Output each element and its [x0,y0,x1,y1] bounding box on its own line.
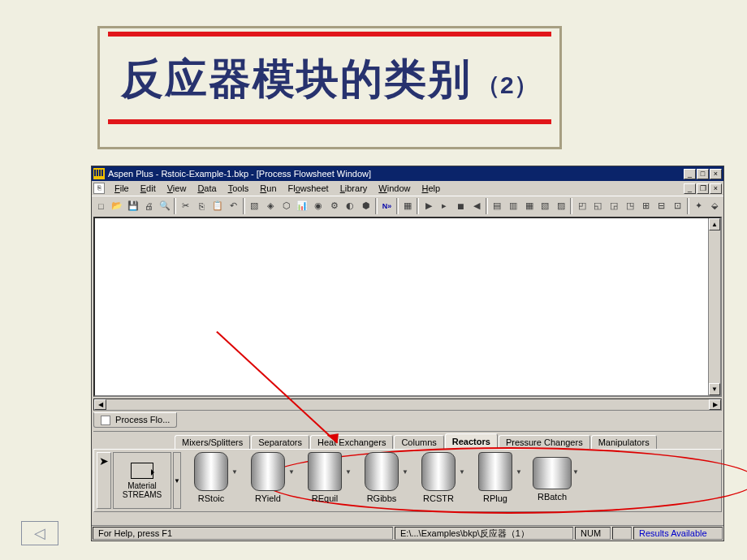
tb-win-icon[interactable]: ⊡ [670,198,685,214]
close-button[interactable]: × [710,169,722,179]
tb-save-icon[interactable]: 💾 [125,198,140,214]
tb-undo-icon[interactable]: ↶ [226,198,241,214]
tb-nav-icon[interactable]: ⬢ [359,198,374,214]
menubar: ⎘ File Edit View Data Tools Run Flowshee… [92,181,723,196]
child-close-button[interactable]: × [710,183,722,194]
tb-nav-icon[interactable]: 📊 [295,198,310,214]
flowsheet-tabs: Process Flo... [93,412,722,428]
reactor-label: RBatch [538,492,567,502]
chevron-down-icon[interactable]: ▼ [288,468,295,476]
tb-new-icon[interactable]: □ [93,198,109,214]
menu-flowsheet[interactable]: Flowsheet [283,183,334,194]
tb-sim-icon[interactable]: ▦ [521,198,537,214]
tb-nav-icon[interactable]: ▧ [247,198,262,214]
ptab-separators[interactable]: Separators [251,435,309,449]
scroll-up-icon[interactable]: ▲ [709,218,720,230]
tb-sep [174,198,176,214]
menu-file[interactable]: File [110,183,134,194]
chevron-down-icon[interactable]: ▼ [345,468,352,476]
tb-step-icon[interactable]: ▦ [400,198,416,214]
reactor-rcstr[interactable]: RCSTR ▼ [410,452,467,509]
reactor-rplug[interactable]: RPlug ▼ [467,452,524,509]
tb-win-icon[interactable]: ◰ [574,198,589,214]
reactor-ryield[interactable]: RYield ▼ [240,452,296,509]
streams-label: Material [127,481,157,490]
tb-nav-icon[interactable]: ⚙ [326,198,342,214]
tb-play-icon[interactable]: ▶ [421,198,436,214]
tb-stop-icon[interactable]: ⏹ [453,198,468,214]
tb-sim-icon[interactable]: ▤ [490,198,505,214]
tb-sim-icon[interactable]: ▨ [554,198,569,214]
reactor-rbatch[interactable]: RBatch ▼ [524,452,581,509]
ptab-pressure[interactable]: Pressure Changers [499,435,590,449]
tb-nav-icon[interactable]: ◐ [343,198,358,214]
tb-win-icon[interactable]: ◱ [590,198,606,214]
tb-sep [375,198,378,214]
menu-window[interactable]: Window [374,183,415,194]
scroll-down-icon[interactable]: ▼ [709,383,720,395]
tb-win-icon[interactable]: ◲ [607,198,622,214]
streams-tool[interactable]: Material STREAMS [113,452,171,509]
status-path: E:\...\Examples\bkp\反应器（1） [395,527,573,540]
tb-pause-icon[interactable]: ▸ [437,198,452,214]
menu-edit[interactable]: Edit [136,183,161,194]
scrollbar-horizontal[interactable]: ◀ ▶ [93,398,722,411]
tb-ext-icon[interactable]: ✦ [691,198,706,214]
pointer-tool-icon[interactable]: ➤ [97,452,111,509]
tb-nav-icon[interactable]: ◉ [311,198,326,214]
ptab-columns[interactable]: Columns [394,435,443,449]
menu-view[interactable]: View [162,183,192,194]
scrollbar-vertical[interactable]: ▲ ▼ [708,218,720,395]
tb-ext-icon[interactable]: ⬙ [707,198,723,214]
tb-nav-icon[interactable]: ⬡ [279,198,294,214]
scroll-left-icon[interactable]: ◀ [94,399,106,410]
tb-sim-icon[interactable]: ▥ [506,198,521,214]
ptab-mixers[interactable]: Mixers/Splitters [175,435,250,449]
tb-win-icon[interactable]: ◳ [622,198,637,214]
menu-help[interactable]: Help [417,183,445,194]
tb-cut-icon[interactable]: ✂ [178,198,193,214]
status-help: For Help, press F1 [93,527,393,540]
tb-win-icon[interactable]: ⊟ [654,198,670,214]
child-restore-button[interactable]: ❐ [697,183,709,194]
chevron-down-icon[interactable]: ▼ [231,468,238,476]
document-icon[interactable]: ⎘ [93,183,105,194]
menu-tools[interactable]: Tools [223,183,254,194]
tb-paste-icon[interactable]: 📋 [210,198,226,214]
tb-open-icon[interactable]: 📂 [110,198,125,214]
menu-data[interactable]: Data [192,183,221,194]
model-palette: Mixers/Splitters Separators Heat Exchang… [93,431,722,512]
tb-preview-icon[interactable]: 🔍 [158,198,173,214]
menu-library[interactable]: Library [335,183,373,194]
tb-next-icon[interactable]: N» [379,198,395,214]
ptab-manipulators[interactable]: Manipulators [591,435,657,449]
tb-copy-icon[interactable]: ⎘ [194,198,209,214]
minimize-button[interactable]: _ [684,169,696,179]
streams-label2: STREAMS [123,490,162,499]
ptab-heatex[interactable]: Heat Exchangers [310,435,393,449]
tb-print-icon[interactable]: 🖨 [141,198,157,214]
tb-nav-icon[interactable]: ◈ [263,198,279,214]
tb-sim-icon[interactable]: ▧ [538,198,553,214]
chevron-down-icon[interactable]: ▼ [402,468,408,476]
chevron-down-icon[interactable]: ▼ [572,468,579,476]
reactor-rgibbs[interactable]: RGibbs ▼ [353,452,410,509]
titlebar[interactable]: Aspen Plus - Rstoic-Example-1.bkp - [Pro… [92,166,723,181]
chevron-down-icon[interactable]: ▼ [516,468,522,476]
reactor-requil[interactable]: REquil ▼ [296,452,353,509]
scroll-right-icon[interactable]: ▶ [709,399,721,410]
reactor-label: REquil [312,493,338,503]
chevron-down-icon[interactable]: ▼ [459,468,465,476]
flowsheet-canvas[interactable]: ▲ ▼ [93,217,722,397]
tb-rew-icon[interactable]: ◀ [468,198,484,214]
tb-win-icon[interactable]: ⊞ [638,198,654,214]
menu-run[interactable]: Run [255,183,281,194]
child-minimize-button[interactable]: _ [684,183,696,194]
streams-dropdown-icon[interactable]: ▼ [173,452,181,509]
slide-back-button[interactable]: ◁ [21,521,58,545]
ptab-reactors[interactable]: Reactors [445,433,498,449]
maximize-button[interactable]: □ [697,169,709,179]
tab-process-flowsheet[interactable]: Process Flo... [93,412,177,428]
reactor-rstoic[interactable]: RStoic ▼ [183,452,240,509]
toolbar: □ 📂 💾 🖨 🔍 ✂ ⎘ 📋 ↶ ▧ ◈ ⬡ 📊 ◉ ⚙ ◐ ⬢ N» ▦ ▶… [92,196,723,215]
